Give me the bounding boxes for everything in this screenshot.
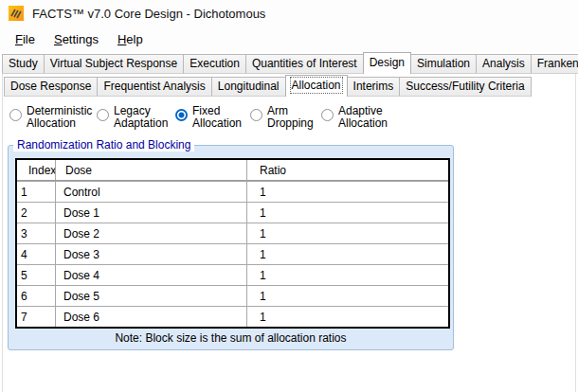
cell-ratio[interactable]: 1 — [247, 307, 448, 327]
allocation-ratio-table: IndexDoseRatio1Control12Dose 113Dose 214… — [15, 158, 450, 329]
cell-dose[interactable]: Dose 6 — [56, 307, 247, 327]
cell-ratio[interactable]: 1 — [247, 182, 448, 202]
cell-dose[interactable]: Dose 4 — [56, 265, 247, 285]
menu-bar: FileSettingsHelp — [0, 27, 578, 52]
tab-label: Study — [9, 57, 38, 70]
tab-analysis[interactable]: Analysis — [476, 54, 532, 74]
cell-index[interactable]: 3 — [17, 223, 56, 243]
cell-dose[interactable]: Dose 3 — [56, 244, 247, 264]
primary-tab-strip: StudyVirtual Subject ResponseExecutionQu… — [2, 52, 578, 74]
cell-index[interactable]: 4 — [17, 244, 56, 264]
radio-fixed-allocation[interactable]: FixedAllocation — [175, 104, 242, 130]
radio-button-icon — [175, 109, 188, 121]
application-window: FACTS™ v7.0 Core Design - Dichotomous Fi… — [0, 0, 578, 392]
tab-label: Virtual Subject Response — [50, 57, 178, 70]
cell-dose[interactable]: Dose 5 — [56, 286, 247, 306]
radio-legacy-adaptation[interactable]: LegacyAdaptation — [97, 104, 168, 130]
radio-label: DeterministicAllocation — [27, 104, 92, 130]
facts-logo-icon — [9, 6, 24, 21]
table-row: 5Dose 41 — [17, 264, 448, 285]
radio-label: FixedAllocation — [192, 104, 242, 130]
header-dose: Dose — [56, 160, 247, 180]
cell-index[interactable]: 7 — [17, 307, 56, 327]
title-bar: FACTS™ v7.0 Core Design - Dichotomous — [0, 0, 578, 27]
cell-dose[interactable]: Control — [56, 182, 247, 202]
subtab-frequentist-analysis[interactable]: Frequentist Analysis — [97, 77, 211, 97]
tab-label: Dose Response — [10, 80, 91, 93]
menu-item-help[interactable]: Help — [108, 29, 153, 49]
tab-label: Design — [370, 56, 405, 69]
tab-label: Allocation — [292, 79, 341, 92]
tab-label: Longitudinal — [218, 80, 280, 93]
cell-ratio[interactable]: 1 — [247, 203, 448, 223]
tab-label: Quantities of Interest — [252, 57, 357, 70]
cell-dose[interactable]: Dose 1 — [56, 203, 247, 223]
radio-button-icon — [9, 109, 22, 121]
block-size-note: Note: Block size is the sum of allocatio… — [9, 331, 453, 345]
table-row: 3Dose 21 — [17, 223, 448, 243]
table-row: 4Dose 31 — [17, 243, 448, 264]
radio-arm-dropping[interactable]: ArmDropping — [250, 104, 314, 130]
subtab-success-futility-criteria[interactable]: Success/Futility Criteria — [399, 77, 531, 97]
cell-ratio[interactable]: 1 — [247, 286, 448, 306]
subtab-longitudinal[interactable]: Longitudinal — [211, 77, 286, 97]
table-row: 1Control1 — [17, 181, 448, 202]
window-title: FACTS™ v7.0 Core Design - Dichotomous — [32, 7, 265, 21]
subtab-interims[interactable]: Interims — [347, 77, 401, 97]
radio-button-icon — [250, 109, 262, 121]
menu-item-file[interactable]: File — [6, 29, 45, 49]
tab-quantities-of-interest[interactable]: Quantities of Interest — [245, 54, 364, 74]
radio-label: ArmDropping — [267, 104, 314, 130]
tab-label: Execution — [190, 57, 240, 70]
table-row: 2Dose 11 — [17, 202, 448, 223]
subtab-dose-response[interactable]: Dose Response — [4, 77, 98, 97]
tab-simulation[interactable]: Simulation — [410, 54, 477, 74]
table-row: 6Dose 51 — [17, 285, 448, 306]
tab-frankenfacts[interactable]: FrankenFACTS — [531, 54, 578, 74]
tab-label: Success/Futility Criteria — [406, 80, 524, 93]
allocation-mode-radiogroup: DeterministicAllocationLegacyAdaptationF… — [0, 104, 578, 134]
tab-study[interactable]: Study — [2, 54, 45, 74]
tab-label: FrankenFACTS — [537, 57, 578, 70]
tab-execution[interactable]: Execution — [183, 54, 246, 74]
tab-virtual-subject-response[interactable]: Virtual Subject Response — [44, 54, 185, 74]
tab-label: Frequentist Analysis — [103, 80, 205, 93]
randomization-groupbox: IndexDoseRatio1Control12Dose 113Dose 214… — [8, 145, 454, 350]
tab-design[interactable]: Design — [363, 52, 411, 74]
design-tab-strip: Dose ResponseFrequentist AnalysisLongitu… — [4, 75, 531, 97]
radio-adaptive-allocation[interactable]: AdaptiveAllocation — [321, 104, 388, 130]
groupbox-title: Randomization Ratio and Blocking — [13, 138, 194, 151]
menu-item-settings[interactable]: Settings — [45, 29, 108, 49]
radio-deterministic-allocation[interactable]: DeterministicAllocation — [9, 104, 92, 130]
cell-ratio[interactable]: 1 — [247, 223, 448, 243]
cell-index[interactable]: 6 — [17, 286, 56, 306]
cell-dose[interactable]: Dose 2 — [56, 223, 247, 243]
tab-label: Simulation — [417, 57, 470, 70]
tab-label: Analysis — [482, 57, 525, 70]
radio-label: AdaptiveAllocation — [338, 104, 388, 130]
subtab-allocation[interactable]: Allocation — [285, 75, 348, 97]
table-row: 7Dose 61 — [17, 306, 448, 327]
header-ratio: Ratio — [247, 160, 448, 180]
radio-button-icon — [321, 109, 334, 121]
cell-index[interactable]: 5 — [17, 265, 56, 285]
cell-ratio[interactable]: 1 — [247, 265, 448, 285]
tab-label: Interims — [353, 80, 394, 93]
radio-button-icon — [97, 109, 109, 121]
radio-label: LegacyAdaptation — [114, 104, 168, 130]
cell-ratio[interactable]: 1 — [247, 244, 448, 264]
table-header-row: IndexDoseRatio — [17, 160, 448, 181]
cell-index[interactable]: 1 — [17, 182, 56, 202]
cell-index[interactable]: 2 — [17, 203, 56, 223]
header-index: Index — [17, 160, 56, 180]
